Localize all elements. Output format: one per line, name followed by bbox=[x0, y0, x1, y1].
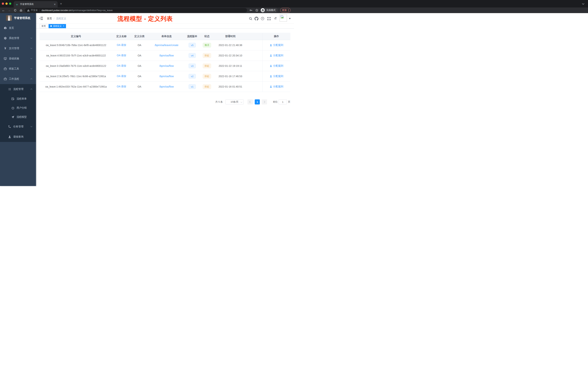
security-label[interactable]: 不安全 bbox=[31, 9, 38, 12]
brand-avatar bbox=[6, 15, 12, 21]
status-badge: 挂起 bbox=[203, 64, 211, 68]
cell-status: 挂起 bbox=[200, 53, 214, 58]
definition-name-link[interactable]: OA 请假 bbox=[117, 64, 126, 67]
sidebar-item-process-form[interactable]: 流程表单 bbox=[0, 94, 36, 103]
sidebar-item-user-group[interactable]: 用户分组 bbox=[0, 103, 36, 112]
sidebar-item-label: 流程管理 bbox=[13, 88, 23, 91]
sidebar-item-label: 研发工具 bbox=[9, 67, 19, 70]
tag-home[interactable]: 首页 bbox=[40, 24, 48, 28]
status-badge: 激活 bbox=[203, 43, 211, 47]
home-button[interactable] bbox=[19, 8, 23, 13]
form-info-link[interactable]: /bpm/oa/flow bbox=[159, 65, 174, 67]
reload-button[interactable] bbox=[13, 8, 17, 13]
cell-category: OA bbox=[131, 54, 148, 57]
assign-rule-button[interactable]: 分配规则 bbox=[270, 85, 283, 88]
sidebar-item-workflow[interactable]: 工作流程 bbox=[0, 74, 36, 84]
version-badge: v2 bbox=[189, 74, 196, 79]
definition-name-link[interactable]: OA 请假 bbox=[117, 54, 126, 57]
sidebar-item-payment[interactable]: ¥ 支付管理 bbox=[0, 43, 36, 54]
goto-page-input[interactable] bbox=[279, 99, 287, 104]
assign-rule-button[interactable]: 分配规则 bbox=[270, 54, 283, 57]
form-info-link[interactable]: /bpm/oa/flow bbox=[159, 75, 174, 78]
window-minimize-button[interactable] bbox=[5, 2, 8, 5]
column-header: 状态 bbox=[200, 35, 214, 38]
user-icon bbox=[270, 54, 272, 57]
chevron-up-icon bbox=[31, 78, 32, 80]
cell-category: OA bbox=[131, 75, 148, 78]
toolbox-icon bbox=[4, 77, 7, 81]
sidebar-item-process-mgmt[interactable]: 流程管理 bbox=[0, 84, 36, 94]
tab-close-icon[interactable]: ✕ bbox=[54, 3, 56, 6]
form-info-link[interactable]: /bpm/oa/leave/create bbox=[155, 44, 178, 47]
github-icon[interactable] bbox=[254, 16, 259, 21]
chevron-down-icon bbox=[31, 47, 32, 49]
status-badge: 挂起 bbox=[203, 74, 211, 79]
sidebar-item-system[interactable]: 系统管理 bbox=[0, 33, 36, 43]
cell-status: 挂起 bbox=[200, 84, 214, 89]
cell-deploy-time: 2022-01-16 01:40:51 bbox=[214, 85, 247, 88]
help-icon[interactable]: ? bbox=[260, 16, 265, 21]
form-info-link[interactable]: /bpm/oa/flow bbox=[159, 54, 174, 57]
window-zoom-button[interactable] bbox=[9, 2, 11, 5]
assign-rule-button[interactable]: 分配规则 bbox=[270, 64, 283, 67]
back-button[interactable]: ← bbox=[1, 8, 6, 13]
prev-page-button[interactable] bbox=[247, 99, 253, 104]
person-icon bbox=[8, 135, 11, 139]
window-close-button[interactable] bbox=[2, 2, 4, 5]
tag-close-icon[interactable]: × bbox=[63, 25, 64, 27]
incognito-icon bbox=[261, 8, 265, 12]
sidebar-fold-icon[interactable] bbox=[39, 17, 43, 20]
sidebar-item-label: 流程表单 bbox=[17, 97, 27, 100]
browser-menu-icon[interactable] bbox=[288, 9, 289, 11]
breadcrumb-home[interactable]: 首页 bbox=[47, 17, 52, 20]
search-icon[interactable] bbox=[248, 16, 253, 21]
assign-rule-button[interactable]: 分配规则 bbox=[270, 44, 283, 47]
robot-icon bbox=[11, 106, 15, 109]
page-title-annotation: 流程模型 - 定义列表 bbox=[117, 15, 173, 23]
sidebar-item-devtools[interactable]: 研发工具 bbox=[0, 64, 36, 74]
avatar-dropdown-caret-icon[interactable] bbox=[289, 18, 291, 19]
cell-version: v1 bbox=[185, 84, 200, 89]
sidebar-item-infra[interactable]: 基础设施 bbox=[0, 54, 36, 64]
cell-actions: 分配规则 bbox=[262, 82, 290, 92]
new-tab-button[interactable]: + bbox=[60, 2, 62, 6]
not-secure-warning-icon bbox=[27, 9, 30, 11]
sidebar-item-process-model[interactable]: 流程模型 bbox=[0, 112, 36, 121]
page-content: 定义编号 定义名称 定义分类 表单信息 流程版本 状态 部署时间 操作 oa_l… bbox=[36, 33, 294, 104]
font-size-icon[interactable]: tT bbox=[273, 16, 278, 21]
definition-name-link[interactable]: OA 请假 bbox=[117, 44, 126, 46]
update-button[interactable]: 更新 bbox=[280, 8, 291, 12]
bookmark-star-icon[interactable] bbox=[255, 9, 258, 12]
sidebar-item-label: 基础设施 bbox=[9, 57, 19, 60]
table-row: oa_leave:2:3c1f0ef1-76b1-11ec-9c66-a2380… bbox=[40, 71, 290, 82]
sidebar-item-home[interactable]: 首页 bbox=[0, 23, 36, 33]
browser-tab[interactable]: 芋道管理系统 ✕ bbox=[14, 1, 58, 8]
page-number-button[interactable]: 1 bbox=[255, 99, 260, 104]
key-icon[interactable] bbox=[250, 9, 252, 12]
form-info-link[interactable]: /bpm/oa/flow bbox=[159, 85, 174, 88]
cell-form-info: /bpm/oa/flow bbox=[148, 65, 185, 67]
version-badge: v5 bbox=[189, 43, 196, 47]
definition-name-link[interactable]: OA 请假 bbox=[117, 85, 126, 88]
next-page-button[interactable] bbox=[262, 99, 267, 104]
broken-image-icon bbox=[280, 15, 284, 19]
url-bar[interactable]: 不安全 dashboard.yudao.iocoder.cn/bpm/manag… bbox=[25, 8, 247, 12]
table-row: oa_leave:3:1fad3d93-7b75-11ec-a3c8-acde4… bbox=[40, 61, 290, 71]
table-header-row: 定义编号 定义名称 定义分类 表单信息 流程版本 状态 部署时间 操作 bbox=[40, 33, 290, 40]
sidebar-item-label: 请假查询 bbox=[13, 135, 23, 139]
toolbox-icon bbox=[4, 67, 7, 70]
tag-process-definition[interactable]: 流程定义 × bbox=[49, 24, 66, 28]
sidebar-item-leave-query[interactable]: 请假查询 bbox=[0, 132, 36, 142]
definition-name-link[interactable]: OA 请假 bbox=[117, 75, 126, 77]
assign-rule-button[interactable]: 分配规则 bbox=[270, 75, 283, 78]
cell-actions: 分配规则 bbox=[262, 50, 290, 61]
sidebar-item-task-mgmt[interactable]: 任务管理 bbox=[0, 121, 36, 132]
page-size-select[interactable]: 10条/页 bbox=[225, 99, 244, 104]
window-controls[interactable] bbox=[2, 2, 11, 5]
fullscreen-icon[interactable] bbox=[267, 16, 271, 21]
cell-form-info: /bpm/oa/flow bbox=[148, 85, 185, 88]
sidebar-item-label: 任务管理 bbox=[13, 125, 23, 128]
avatar[interactable] bbox=[280, 14, 287, 22]
tag-label: 首页 bbox=[42, 25, 46, 28]
forward-button[interactable]: → bbox=[7, 8, 12, 13]
